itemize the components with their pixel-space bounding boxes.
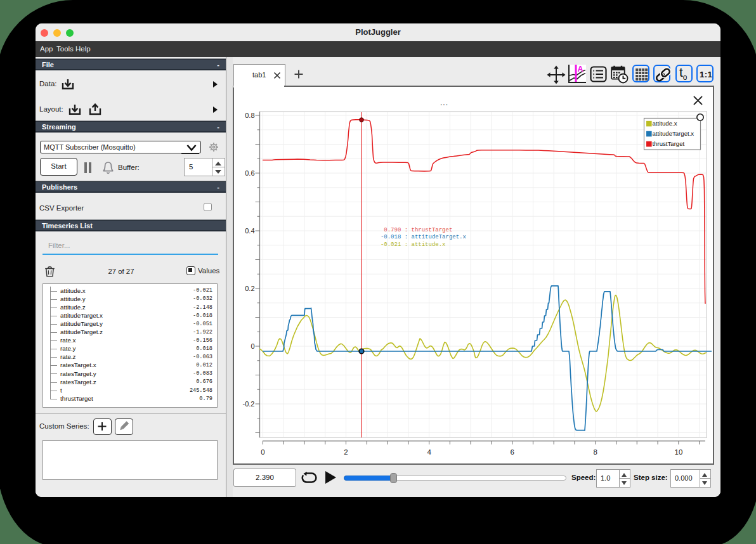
svg-text:-0.018 : attitudeTarget.x: -0.018 : attitudeTarget.x: [377, 234, 466, 240]
svg-text:4: 4: [427, 448, 431, 456]
svg-text:6: 6: [510, 448, 514, 456]
svg-text:0.4: 0.4: [245, 227, 254, 235]
svg-text:thrustTarget: thrustTarget: [653, 140, 685, 147]
svg-text:attitude.x: attitude.x: [653, 120, 677, 127]
svg-text:-0.021 : attitude.x: -0.021 : attitude.x: [377, 242, 446, 248]
svg-text:2: 2: [344, 448, 348, 456]
svg-text:0: 0: [261, 448, 264, 456]
svg-text:10: 10: [675, 448, 683, 456]
svg-text:A: A: [578, 65, 583, 74]
svg-text:0.6: 0.6: [245, 169, 254, 177]
svg-text:-0.2: -0.2: [243, 400, 255, 408]
svg-text:8: 8: [594, 448, 597, 456]
svg-text:attitudeTarget.x: attitudeTarget.x: [653, 130, 694, 137]
svg-text:0.2: 0.2: [245, 285, 254, 292]
svg-text:0: 0: [251, 342, 254, 350]
svg-text:0.8: 0.8: [245, 112, 254, 119]
svg-text:0.790 : thrustTarget: 0.790 : thrustTarget: [377, 227, 453, 233]
